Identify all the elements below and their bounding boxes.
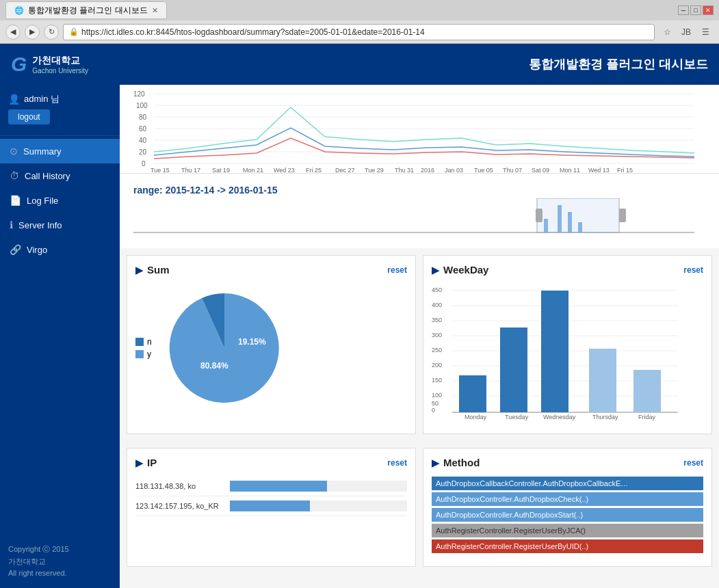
- reload-button[interactable]: ↻: [44, 25, 59, 40]
- legend-item-y: y: [135, 349, 152, 359]
- bookmark-star-icon[interactable]: ☆: [659, 24, 675, 40]
- legend-dot-n: [135, 338, 144, 346]
- svg-text:Mon 11: Mon 11: [560, 167, 580, 172]
- callhistory-icon: ⏱: [10, 170, 19, 181]
- sum-panel-title: ▶ Sum reset: [135, 264, 407, 276]
- sum-panel: ▶ Sum reset n: [127, 255, 416, 434]
- svg-text:80.84%: 80.84%: [200, 361, 228, 371]
- svg-text:Tuesday: Tuesday: [505, 414, 529, 420]
- app-title: 통합개발환경 플러그인 대시보드: [529, 56, 708, 72]
- ip-reset-button[interactable]: reset: [387, 458, 407, 468]
- forward-button[interactable]: ▶: [25, 25, 40, 40]
- method-item[interactable]: AuthRegisterController.RegisterUserByJCA…: [432, 524, 703, 537]
- browser-controls: ◀ ▶ ↻ 🔒 https://ict.idles.co.kr:8445/hto…: [0, 21, 719, 44]
- ip-label-1: 118.131.48.38, ko: [135, 482, 224, 490]
- address-bar[interactable]: 🔒 https://ict.idles.co.kr:8445/htos-logd…: [63, 24, 655, 40]
- date-range-label: range: 2015-12-14 -> 2016-01-15: [133, 179, 705, 198]
- school-en: Gachon University: [32, 67, 88, 75]
- logo-text: 가천대학교 Gachon University: [32, 55, 88, 75]
- method-item[interactable]: AuthDropboxCallbackController.AuthDropbo…: [432, 477, 703, 490]
- content-area[interactable]: 120 100 80 60 40 20 0 Tue: [120, 85, 719, 588]
- url-text: https://ict.idles.co.kr:8445/htos-logdas…: [81, 27, 425, 37]
- main-layout: 👤 admin 님 logout ⊙ Summary ⏱ Call Histor…: [0, 85, 719, 588]
- svg-text:300: 300: [432, 332, 442, 338]
- minimize-button[interactable]: ─: [678, 5, 689, 15]
- sidebar-item-serverinfo[interactable]: ℹ Server Info: [0, 213, 120, 237]
- svg-text:Thu 31: Thu 31: [395, 167, 414, 172]
- legend-label-n: n: [147, 337, 152, 347]
- method-reset-button[interactable]: reset: [683, 458, 703, 468]
- line-chart-svg: 120 100 80 60 40 20 0 Tue: [133, 90, 694, 172]
- lock-icon: 🔒: [69, 27, 79, 36]
- method-list: AuthDropboxCallbackController.AuthDropbo…: [432, 474, 703, 558]
- logout-button[interactable]: logout: [8, 109, 50, 124]
- user-icon: 👤: [8, 94, 20, 105]
- weekday-bar-chart: 450 400 350 300 250 200 150 100 50 0: [432, 281, 703, 425]
- ip-list: 118.131.48.38, ko 123.142.157.195, ko_KR: [135, 474, 407, 519]
- weekday-panel-title: ▶ WeekDay reset: [432, 264, 703, 276]
- svg-text:100: 100: [136, 102, 148, 109]
- close-button[interactable]: ✕: [703, 5, 714, 15]
- ip-label-2: 123.142.157.195, ko_KR: [135, 502, 224, 510]
- method-item[interactable]: AuthRegisterController.RegisterUserByUID…: [432, 539, 703, 553]
- menu-icon[interactable]: ☰: [697, 24, 714, 40]
- method-panel: ▶ Method reset AuthDropboxCallbackContro…: [423, 448, 712, 567]
- svg-text:60: 60: [139, 125, 147, 133]
- sidebar-item-logfile-label: Log File: [27, 196, 58, 206]
- maximize-button[interactable]: □: [690, 5, 701, 15]
- range-svg: September October November December 2016: [133, 198, 694, 236]
- legend-item-n: n: [135, 337, 152, 347]
- method-item[interactable]: AuthDropboxController.AuthDropboxCheck(.…: [432, 492, 703, 506]
- weekday-title-text: WeekDay: [443, 264, 488, 276]
- panels-row-1: ▶ Sum reset n: [120, 248, 719, 441]
- user-area: 👤 admin 님 logout: [0, 85, 120, 133]
- sidebar-footer: Copyright ⓒ 2015 가천대학교 All right reserve…: [0, 535, 120, 588]
- sidebar-item-virgo[interactable]: 🔗 Virgo: [0, 237, 120, 262]
- svg-text:2016: 2016: [421, 167, 434, 172]
- weekday-reset-button[interactable]: reset: [683, 265, 703, 275]
- extension-icon[interactable]: JB: [678, 24, 694, 40]
- logo-g-icon: G: [11, 53, 27, 76]
- ip-item-2: 123.142.157.195, ko_KR: [135, 496, 407, 516]
- svg-text:Sat 19: Sat 19: [212, 167, 230, 172]
- sidebar-item-summary[interactable]: ⊙ Summary: [0, 139, 120, 163]
- svg-text:20: 20: [139, 148, 147, 156]
- back-button[interactable]: ◀: [5, 25, 21, 40]
- app-header: G 가천대학교 Gachon University 통합개발환경 플러그인 대시…: [0, 44, 719, 85]
- svg-text:Fri 15: Fri 15: [617, 167, 633, 172]
- pie-svg: 19.15% 80.84%: [163, 286, 286, 410]
- sidebar-item-serverinfo-label: Server Info: [18, 220, 62, 230]
- window-controls: ─ □ ✕: [678, 5, 714, 15]
- svg-rect-67: [500, 328, 527, 412]
- browser-action-buttons: ☆ JB ☰: [659, 24, 714, 40]
- browser-window: 🌐 통합개발환경 플러그인 대시보드 ✕ ─ □ ✕ ◀ ▶ ↻ 🔒 https…: [0, 0, 719, 588]
- tab-close-button[interactable]: ✕: [152, 6, 158, 15]
- method-item[interactable]: AuthDropboxController.AuthDropboxStart(.…: [432, 508, 703, 522]
- sidebar-item-virgo-label: Virgo: [27, 245, 47, 255]
- svg-rect-73: [633, 370, 661, 412]
- pie-legend: n y: [135, 337, 152, 359]
- app-container: G 가천대학교 Gachon University 통합개발환경 플러그인 대시…: [0, 44, 719, 588]
- tab-title: 통합개발환경 플러그인 대시보드: [28, 5, 148, 16]
- svg-text:0: 0: [432, 407, 435, 414]
- sidebar-item-callhistory-label: Call History: [25, 171, 70, 181]
- svg-text:50: 50: [432, 400, 439, 407]
- footer-rights: All right reserved.: [8, 567, 112, 580]
- summary-icon: ⊙: [10, 146, 18, 157]
- sum-arrow-icon: ▶: [135, 265, 143, 276]
- sidebar: 👤 admin 님 logout ⊙ Summary ⏱ Call Histor…: [0, 85, 120, 588]
- svg-text:Monday: Monday: [465, 414, 487, 420]
- svg-text:350: 350: [432, 317, 442, 323]
- ip-item: 118.131.48.38, ko: [135, 477, 407, 496]
- sum-reset-button[interactable]: reset: [387, 265, 407, 275]
- svg-text:Thu 07: Thu 07: [503, 167, 522, 172]
- svg-text:Sat 09: Sat 09: [532, 167, 549, 172]
- browser-tab[interactable]: 🌐 통합개발환경 플러그인 대시보드 ✕: [5, 1, 167, 19]
- range-overview-chart: September October November December 2016: [133, 198, 705, 243]
- svg-text:19.15%: 19.15%: [238, 337, 266, 347]
- sidebar-item-logfile[interactable]: 📄 Log File: [0, 188, 120, 213]
- sidebar-item-callhistory[interactable]: ⏱ Call History: [0, 163, 120, 188]
- svg-text:400: 400: [432, 302, 442, 308]
- virgo-icon: 🔗: [10, 244, 21, 255]
- method-arrow-icon: ▶: [432, 457, 439, 468]
